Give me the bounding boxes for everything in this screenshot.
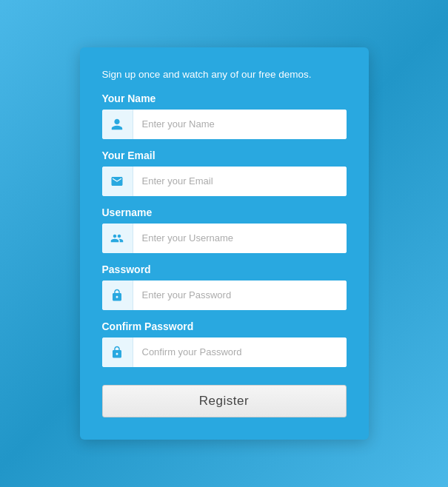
register-button[interactable]: Register	[102, 385, 347, 417]
username-field-group: Username	[102, 206, 347, 253]
confirm-password-field-group: Confirm Password	[102, 320, 347, 367]
lock-icon	[102, 281, 133, 310]
tagline: Sign up once and watch any of our free d…	[102, 68, 347, 82]
group-icon	[102, 224, 133, 253]
confirm-password-label: Confirm Password	[102, 320, 347, 332]
confirm-password-input[interactable]	[133, 337, 347, 367]
username-input[interactable]	[133, 224, 347, 253]
name-input[interactable]	[133, 110, 347, 139]
name-input-wrapper	[102, 110, 347, 139]
email-input[interactable]	[133, 167, 347, 196]
password-input-wrapper	[102, 281, 347, 310]
email-label: Your Email	[102, 150, 347, 161]
name-field-group: Your Name	[102, 93, 347, 139]
email-field-group: Your Email	[102, 150, 347, 196]
person-icon	[102, 110, 133, 139]
email-input-wrapper	[102, 167, 347, 196]
name-label: Your Name	[102, 93, 347, 104]
username-input-wrapper	[102, 224, 347, 253]
email-icon	[102, 167, 133, 196]
password-input[interactable]	[133, 281, 347, 310]
registration-form: Sign up once and watch any of our free d…	[80, 47, 369, 440]
password-field-group: Password	[102, 263, 347, 310]
username-label: Username	[102, 206, 347, 218]
confirm-password-input-wrapper	[102, 337, 347, 367]
password-label: Password	[102, 263, 347, 275]
confirm-lock-icon	[102, 337, 133, 367]
